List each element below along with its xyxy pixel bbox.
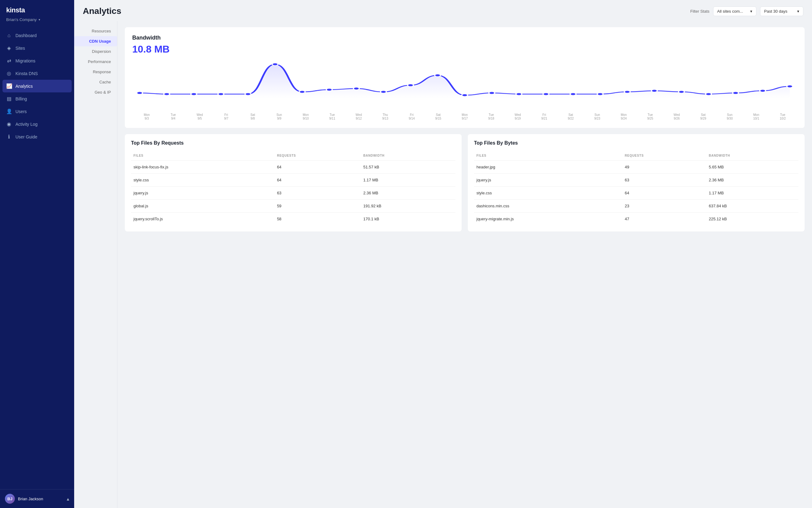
sidebar-logo: kinsta (6, 6, 68, 14)
x-axis-label: Tue 9/4 (160, 113, 187, 121)
col-requests: REQUESTS (274, 151, 360, 161)
sub-nav-resources[interactable]: Resources (74, 26, 117, 36)
requests-count: 64 (274, 174, 360, 187)
x-axis-label: Tue 9/25 (637, 113, 664, 121)
bandwidth-value: 225.12 kB (706, 213, 799, 225)
nav-label: Dashboard (15, 33, 37, 38)
bandwidth-title: Bandwidth (132, 35, 797, 41)
svg-point-12 (462, 94, 468, 96)
requests-count: 63 (274, 187, 360, 200)
nav-label: Migrations (15, 58, 36, 64)
table-row: dashicons.min.css 23 637.84 kB (474, 200, 799, 213)
svg-point-10 (408, 84, 414, 87)
x-axis-label: Mon 9/3 (133, 113, 160, 121)
requests-count: 49 (622, 161, 706, 174)
svg-point-4 (245, 93, 251, 95)
svg-point-13 (489, 92, 495, 94)
x-axis-label: Fri 9/14 (398, 113, 425, 121)
svg-point-14 (516, 93, 522, 95)
nav-label: Billing (15, 96, 27, 101)
avatar: BJ (5, 494, 15, 504)
requests-count: 64 (622, 187, 706, 200)
svg-point-16 (570, 93, 576, 95)
sidebar-item-dashboard[interactable]: ⌂Dashboard (0, 29, 74, 42)
sub-nav-cdn-usage[interactable]: CDN Usage (74, 36, 117, 46)
sub-nav-cache[interactable]: Cache (74, 77, 117, 87)
file-name: jquery.scrollTo.js (131, 213, 274, 225)
nav-label: Kinsta DNS (15, 71, 38, 76)
x-axis-label: Mon 9/17 (452, 113, 478, 121)
requests-count: 64 (274, 161, 360, 174)
sub-nav: ResourcesCDN UsageDispersionPerformanceR… (74, 21, 117, 508)
top-files-requests-card: Top Files By Requests FILES REQUESTS BAN… (125, 134, 462, 231)
content-area: ResourcesCDN UsageDispersionPerformanceR… (74, 21, 812, 508)
sidebar-item-activity-log[interactable]: ◉Activity Log (0, 118, 74, 130)
top-files-bytes-table: FILES REQUESTS BANDWIDTH header.jpg 49 5… (474, 151, 799, 225)
user-menu-icon[interactable]: ▴ (67, 496, 69, 502)
x-axis-label: Fri 9/7 (213, 113, 240, 121)
nav-label: Activity Log (15, 122, 38, 127)
table-row: jquery-migrate.min.js 47 225.12 kB (474, 213, 799, 225)
x-axis-label: Tue 9/18 (478, 113, 505, 121)
svg-point-24 (787, 85, 793, 87)
sidebar-item-user-guide[interactable]: ℹUser Guide (0, 130, 74, 143)
sidebar-nav: ⌂Dashboard◈Sites⇄Migrations◎Kinsta DNS📈A… (0, 26, 74, 489)
sidebar-item-sites[interactable]: ◈Sites (0, 42, 74, 54)
x-axis-label: Sat 9/22 (557, 113, 584, 121)
file-name: jquery.js (131, 187, 274, 200)
x-axis-label: Wed 9/19 (505, 113, 531, 121)
top-files-requests-table: FILES REQUESTS BANDWIDTH skip-link-focus… (131, 151, 456, 225)
sub-nav-dispersion[interactable]: Dispersion (74, 46, 117, 56)
svg-point-22 (733, 92, 738, 94)
chevron-down-icon: ▾ (750, 9, 752, 13)
sidebar-item-migrations[interactable]: ⇄Migrations (0, 54, 74, 67)
requests-count: 59 (274, 200, 360, 213)
chevron-down-icon: ▾ (797, 9, 799, 13)
svg-point-0 (137, 92, 142, 94)
svg-point-18 (624, 90, 630, 93)
bandwidth-value: 191.92 kB (361, 200, 456, 213)
tables-row: Top Files By Requests FILES REQUESTS BAN… (125, 134, 805, 231)
sidebar-company[interactable]: Brian's Company ▾ (6, 16, 68, 23)
svg-point-19 (651, 90, 657, 92)
users-icon: 👤 (6, 109, 12, 114)
svg-point-17 (597, 93, 603, 95)
company-name: Brian's Company (6, 17, 37, 22)
bandwidth-value: 2.36 MB (361, 187, 456, 200)
svg-point-5 (272, 63, 278, 66)
sidebar-user: BJ Brian Jackson (5, 494, 43, 504)
period-filter[interactable]: Past 30 days ▾ (760, 6, 803, 16)
x-axis-label: Tue 10/2 (769, 113, 796, 121)
x-axis-label: Thu 9/13 (372, 113, 398, 121)
x-axis-label: Sun 9/23 (584, 113, 610, 121)
file-name: header.jpg (474, 161, 622, 174)
sub-nav-response[interactable]: Response (74, 67, 117, 77)
sub-nav-performance[interactable]: Performance (74, 56, 117, 67)
bandwidth-value: 1.17 MB (361, 174, 456, 187)
sidebar-item-billing[interactable]: ▤Billing (0, 92, 74, 105)
x-axis-label: Mon 9/24 (610, 113, 637, 121)
sidebar-item-users[interactable]: 👤Users (0, 105, 74, 118)
table-row: skip-link-focus-fix.js 64 51.57 kB (131, 161, 456, 174)
sidebar-footer: BJ Brian Jackson ▴ (0, 489, 74, 508)
x-axis-label: Fri 9/21 (531, 113, 557, 121)
file-name: dashicons.min.css (474, 200, 622, 213)
sub-nav-geo-&-ip[interactable]: Geo & IP (74, 87, 117, 97)
avatar-initials: BJ (7, 497, 13, 501)
sidebar-item-analytics[interactable]: 📈Analytics (2, 80, 72, 92)
top-files-requests-title: Top Files By Requests (131, 140, 456, 146)
x-axis-label: Sat 9/15 (425, 113, 452, 121)
svg-point-6 (299, 90, 305, 93)
svg-point-15 (543, 93, 549, 95)
sites-filter[interactable]: All sites com... ▾ (713, 6, 756, 16)
table-row: style.css 64 1.17 MB (131, 174, 456, 187)
bandwidth-card: Bandwidth 10.8 MB Mon 9/3Tue 9/4Wed 9/5F… (125, 27, 805, 128)
nav-label: Users (15, 109, 27, 114)
file-name: jquery-migrate.min.js (474, 213, 622, 225)
svg-point-3 (218, 93, 224, 95)
bandwidth-value: 51.57 kB (361, 161, 456, 174)
col-bandwidth: BANDWIDTH (706, 151, 799, 161)
x-axis-label: Mon 10/1 (743, 113, 770, 121)
sidebar-item-kinsta-dns[interactable]: ◎Kinsta DNS (0, 67, 74, 80)
bandwidth-value: 637.84 kB (706, 200, 799, 213)
